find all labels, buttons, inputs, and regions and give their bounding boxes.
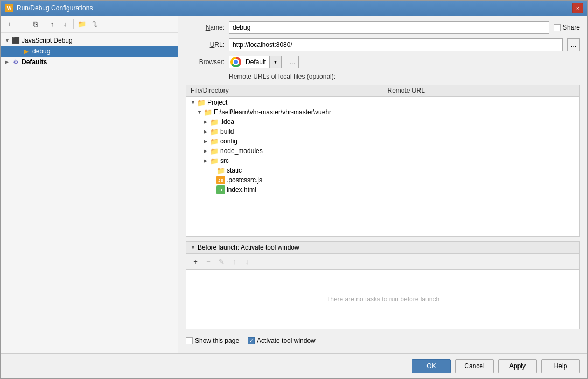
tree-item-label: Defaults — [22, 58, 47, 66]
project-icon: 📁 — [197, 98, 206, 107]
tree-arrow: ▼ — [5, 38, 11, 43]
tree-item-js-debug-group[interactable]: ▼ ⬛ JavaScript Debug — [1, 35, 178, 46]
title-bar: W Run/Debug Configurations × — [1, 1, 587, 16]
folder-icon: 📁 — [210, 137, 219, 146]
copy-config-button[interactable]: ⎘ — [30, 18, 41, 30]
js-file-icon: JS — [216, 176, 225, 184]
file-label: .postcssrc.js — [227, 176, 262, 184]
activate-tool-checkbox-item[interactable]: Activate tool window — [248, 337, 316, 344]
add-config-button[interactable]: + — [4, 18, 16, 30]
before-launch-move-up-button[interactable]: ↑ — [228, 256, 240, 267]
tree-item-label: debug — [32, 47, 50, 55]
js-debug-icon: ⬛ — [11, 36, 20, 45]
table-header: File/Directory Remote URL — [186, 85, 579, 97]
folder-icon: 📁 — [210, 127, 219, 136]
move-down-button[interactable]: ↓ — [59, 18, 71, 30]
share-row: Share — [554, 24, 580, 31]
main-window: W Run/Debug Configurations × + − ⎘ ↑ ↓ 📁… — [0, 0, 588, 379]
tree-arrow: ▶ — [204, 148, 210, 154]
before-launch-arrow: ▼ — [191, 245, 195, 250]
ok-button[interactable]: OK — [412, 359, 451, 373]
footer: OK Cancel Apply Help — [1, 353, 587, 378]
show-page-label: Show this page — [195, 337, 239, 344]
name-input[interactable] — [229, 21, 549, 34]
file-tree-item[interactable]: ▶ 📁 src — [186, 156, 579, 166]
file-label: src — [220, 157, 229, 164]
file-label: build — [220, 128, 234, 135]
file-label: node_modules — [220, 147, 263, 155]
browser-more-button[interactable]: … — [286, 56, 299, 68]
sort-button[interactable]: ⇅ — [89, 18, 101, 30]
folder-icon: 📁 — [204, 108, 212, 116]
file-tree-item[interactable]: ▶ 📁 config — [186, 136, 579, 146]
left-toolbar: + − ⎘ ↑ ↓ 📁 ⇅ — [1, 16, 178, 33]
file-label: index.html — [227, 186, 256, 194]
file-tree-item[interactable]: ▼ 📁 E:\self\learn\vhr-master\vhr-master\… — [186, 107, 579, 117]
node-modules-icon: 📁 — [210, 147, 219, 155]
tree-item-defaults[interactable]: ▶ ⚙ Defaults — [1, 57, 178, 67]
move-up-button[interactable]: ↑ — [46, 18, 58, 30]
tree-arrow: ▶ — [204, 139, 210, 144]
browser-dropdown-arrow[interactable]: ▼ — [269, 56, 281, 68]
help-button[interactable]: Help — [541, 359, 580, 373]
activate-tool-checkbox[interactable] — [248, 337, 255, 344]
file-label: .idea — [220, 118, 234, 126]
before-launch-empty-message: There are no tasks to run before launch — [326, 295, 439, 303]
folder-icon: 📁 — [210, 118, 219, 126]
name-row: Name: Share — [186, 21, 580, 34]
before-launch-add-button[interactable]: + — [190, 256, 201, 267]
file-tree-item[interactable]: ▶ 📁 node_modules — [186, 146, 579, 156]
browser-row: Browser: Default ▼ … — [186, 56, 580, 68]
close-button[interactable]: × — [572, 3, 583, 13]
config-tree: ▼ ⬛ JavaScript Debug ▶ debug ▶ ⚙ Default… — [1, 33, 178, 353]
file-tree-item[interactable]: ▶ 📁 build — [186, 127, 579, 136]
toolbar-separator — [44, 19, 44, 29]
file-tree-item[interactable]: JS .postcssrc.js — [186, 175, 579, 185]
show-page-checkbox-item[interactable]: Show this page — [186, 337, 239, 344]
file-tree-item[interactable]: H index.html — [186, 185, 579, 195]
col-file-directory: File/Directory — [186, 85, 383, 96]
col-remote-url: Remote URL — [383, 85, 580, 96]
tree-item-debug[interactable]: ▶ debug — [1, 46, 178, 57]
defaults-icon: ⚙ — [11, 58, 20, 66]
tree-item-label: JavaScript Debug — [22, 37, 73, 44]
tree-arrow: ▶ — [204, 129, 210, 134]
tree-arrow: ▶ — [204, 119, 210, 125]
before-launch-remove-button[interactable]: − — [202, 256, 214, 267]
file-tree-item[interactable]: ▼ 📁 Project — [186, 98, 579, 107]
folder-icon: 📁 — [216, 166, 225, 175]
url-browse-button[interactable]: … — [567, 38, 580, 51]
share-checkbox[interactable] — [554, 24, 561, 31]
file-label: config — [220, 137, 237, 145]
window-title: Run/Debug Configurations — [17, 4, 93, 12]
right-panel: Name: Share URL: … Browser: Default — [178, 16, 587, 353]
file-tree-item[interactable]: 📁 static — [186, 166, 579, 175]
bottom-checkboxes: Show this page Activate tool window — [186, 334, 580, 348]
before-launch-title: Before launch: Activate tool window — [198, 244, 299, 251]
folder-icon: 📁 — [210, 156, 219, 165]
browser-select[interactable]: Default ▼ — [229, 56, 282, 68]
file-label: static — [227, 167, 242, 174]
activate-tool-label: Activate tool window — [257, 337, 316, 344]
tree-arrow: ▼ — [197, 109, 204, 115]
file-tree-item[interactable]: ▶ 📁 .idea — [186, 117, 579, 127]
folder-button[interactable]: 📁 — [76, 18, 88, 30]
before-launch-move-down-button[interactable]: ↓ — [241, 256, 253, 267]
url-row: URL: … — [186, 38, 580, 51]
remove-config-button[interactable]: − — [17, 18, 29, 30]
before-launch-toolbar: + − ✎ ↑ ↓ — [186, 254, 579, 270]
show-page-checkbox[interactable] — [186, 337, 193, 344]
apply-button[interactable]: Apply — [498, 359, 537, 373]
url-input[interactable] — [229, 38, 563, 51]
cancel-button[interactable]: Cancel — [455, 359, 494, 373]
before-launch-header[interactable]: ▼ Before launch: Activate tool window — [186, 242, 579, 254]
share-label: Share — [563, 24, 580, 31]
left-panel: + − ⎘ ↑ ↓ 📁 ⇅ ▼ ⬛ JavaScript Debug — [1, 16, 178, 353]
file-directory-table: File/Directory Remote URL ▼ 📁 Project ▼ — [186, 85, 580, 237]
browser-value: Default — [242, 58, 269, 66]
remote-urls-label: Remote URLs of local files (optional): — [229, 73, 580, 80]
before-launch-body: There are no tasks to run before launch — [186, 270, 579, 329]
tree-arrow: ▶ — [204, 158, 210, 163]
window-icon: W — [5, 4, 13, 12]
before-launch-edit-button[interactable]: ✎ — [215, 256, 227, 267]
